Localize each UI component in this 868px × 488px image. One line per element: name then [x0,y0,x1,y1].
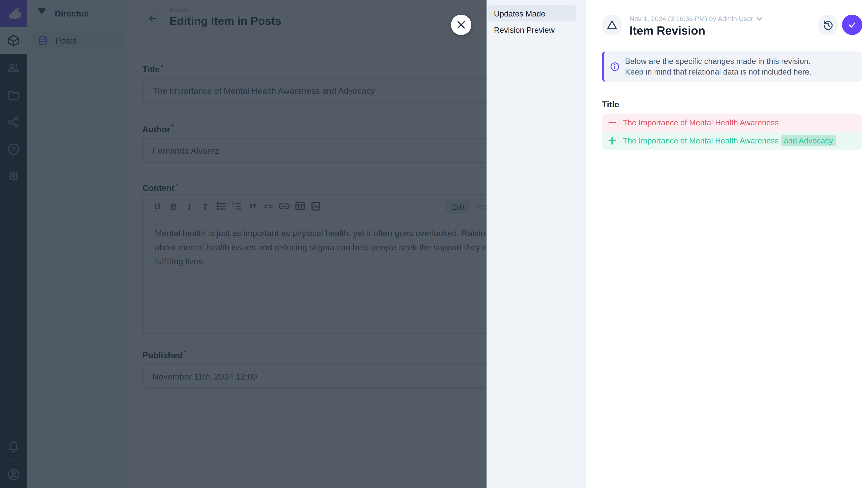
revision-meta-text: Nov 1, 2024 (3:16:36 PM) by Admin User [629,15,753,23]
restore-revision-button[interactable] [818,15,838,35]
accept-button[interactable] [842,15,862,35]
notice-text: Below are the specific changes made in t… [625,56,811,77]
diff-added-highlight: and Advocacy [781,135,836,147]
diff-removed-text: The Importance of Mental Health Awarenes… [623,118,779,127]
revision-drawer: Updates Made Revision Preview Nov 1, 202… [487,0,868,488]
drawer-actions [818,15,863,35]
revision-meta-dropdown[interactable]: Nov 1, 2024 (3:16:36 PM) by Admin User [629,15,818,23]
drawer-header-badge [602,15,622,35]
restore-history-icon [822,19,834,31]
menu-item-revision-preview[interactable]: Revision Preview [488,22,576,38]
diff-removed-row: The Importance of Mental Health Awarenes… [602,113,863,132]
drawer-title: Item Revision [629,24,818,37]
chevron-down-icon [756,17,762,21]
diff-box: The Importance of Mental Health Awarenes… [602,113,863,150]
drawer-menu: Updates Made Revision Preview [487,0,586,488]
menu-item-updates-made[interactable]: Updates Made [488,5,576,22]
drawer-header: Nov 1, 2024 (3:16:36 PM) by Admin User I… [602,0,863,37]
close-icon [457,20,466,29]
diff-added-row: The Importance of Mental Health Awarenes… [602,132,863,150]
change-history-triangle-icon [606,19,618,31]
minus-icon [602,122,623,123]
plus-icon [602,137,623,144]
diff-added-text: The Importance of Mental Health Awarenes… [623,136,836,145]
directus-app: ? Direct [0,0,868,488]
revision-notice: Below are the specific changes made in t… [602,52,863,82]
accept-check-icon [847,20,857,30]
drawer-close-button[interactable] [451,15,471,35]
info-icon [610,62,620,72]
diff-section-label: Title [602,99,863,109]
drawer-panel: Nov 1, 2024 (3:16:36 PM) by Admin User I… [586,0,868,488]
